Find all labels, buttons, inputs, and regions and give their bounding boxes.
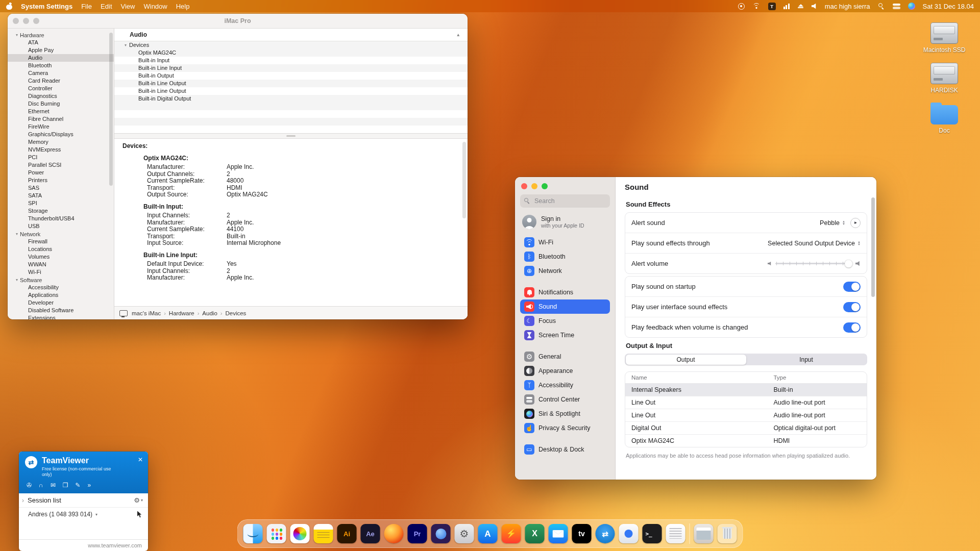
desktop-icon-doc[interactable]: Doc (916, 103, 973, 134)
sysinfo-sidebar-item[interactable]: FireWire (8, 123, 114, 131)
sidebar-group-hardware[interactable]: ▾ Hardware (8, 31, 114, 39)
Digital Out[interactable]: Digital Out Optical digital-out port (625, 421, 867, 434)
sysinfo-sidebar-item[interactable]: Thunderbolt/USB4 (8, 215, 114, 222)
file-transfer-icon[interactable]: ❐ (63, 482, 68, 489)
Line Out[interactable]: Line Out Audio line-out port (625, 396, 867, 409)
Line Out[interactable]: Line Out Audio line-out port (625, 409, 867, 421)
desktop-icon-hardisk[interactable]: HARDISK (916, 63, 973, 94)
sysinfo-sidebar-item[interactable]: Apple Pay (8, 46, 114, 54)
device-row[interactable]: Built-in Input (114, 57, 468, 64)
dock-trash[interactable] (718, 524, 737, 543)
menu-item[interactable]: File (81, 3, 92, 10)
device-row[interactable]: Built-in Line Output (114, 80, 468, 87)
wifi-icon[interactable] (752, 3, 761, 9)
toggle-switch[interactable] (843, 322, 861, 333)
sysinfo-sidebar-item[interactable]: Developer (8, 299, 114, 307)
device-group-row[interactable]: ▾ Devices (114, 41, 468, 49)
status-text[interactable]: mac high sierra (825, 3, 870, 10)
sysinfo-sidebar-item[interactable]: Disc Burning (8, 100, 114, 108)
teamviewer-url[interactable]: www.teamviewer.com (19, 539, 148, 551)
search-input[interactable] (533, 197, 606, 205)
close-button[interactable] (521, 183, 527, 189)
sysinfo-sidebar-item[interactable]: SAS (8, 184, 114, 192)
audio-section-header[interactable]: Audio ▴ (114, 29, 468, 41)
tab-output[interactable]: Output (626, 355, 746, 365)
sysinfo-sidebar-item[interactable]: SATA (8, 192, 114, 199)
sysinfo-sidebar-item[interactable]: Controller (8, 85, 114, 92)
alert-sound-popup[interactable]: Pebble ▲▼ (820, 219, 845, 227)
sysinfo-sidebar-item[interactable]: Diagnostics (8, 92, 114, 100)
sysinfo-sidebar-item[interactable]: Applications (8, 291, 114, 299)
dock-minimized-window[interactable] (694, 524, 714, 543)
tab-input[interactable]: Input (746, 355, 867, 365)
settings-header[interactable]: Sound (616, 177, 876, 196)
dock-launchpad[interactable] (267, 524, 286, 543)
sysinfo-sidebar-item[interactable]: Fibre Channel (8, 115, 114, 123)
screen-sharing-icon[interactable] (738, 3, 745, 10)
device-row[interactable]: Built-in Line Input (114, 64, 468, 72)
dock-teamviewer[interactable]: ⇄ (596, 524, 615, 543)
alert-volume-slider[interactable] (775, 260, 852, 268)
dock-illustrator[interactable]: Ai (337, 524, 357, 543)
sysinfo-sidebar-item[interactable]: WWAN (8, 261, 114, 268)
dock-app[interactable] (619, 524, 639, 543)
menubar-clock[interactable]: Sat 31 Dec 18.04 (923, 3, 974, 10)
dock-system-settings[interactable]: ⚙ (455, 524, 474, 543)
collapse-icon[interactable]: ▴ (457, 32, 459, 37)
Optix MAG24C[interactable]: Optix MAG24C HDMI (625, 434, 867, 447)
toggle-switch[interactable] (843, 302, 861, 312)
sidebar-item-bluetooth[interactable]: ᛒ Bluetooth (520, 249, 610, 264)
sysinfo-sidebar-item[interactable]: ATA (8, 39, 114, 46)
settings-scrollbar[interactable] (871, 197, 875, 297)
pane-splitter[interactable] (114, 133, 468, 139)
sysinfo-sidebar-item[interactable]: Volumes (8, 253, 114, 261)
slider-knob[interactable] (845, 260, 852, 267)
cursor-icon[interactable] (137, 511, 143, 518)
sysinfo-sidebar-item[interactable]: Ethernet (8, 108, 114, 115)
sidebar-item-network[interactable]: ⊕ Network (520, 264, 610, 278)
headset-icon[interactable]: ∩ (39, 482, 43, 489)
chat-icon[interactable]: ✉ (51, 482, 56, 489)
sysinfo-sidebar-item[interactable]: Graphics/Displays (8, 131, 114, 138)
dock-utility-app[interactable]: ⚡ (502, 524, 521, 543)
sidebar-group-software[interactable]: ▾ Software (8, 276, 114, 284)
sysinfo-sidebar-item[interactable]: Bluetooth (8, 62, 114, 69)
siri-icon[interactable] (908, 3, 915, 10)
dock-firefox[interactable] (384, 524, 404, 543)
search-field[interactable] (520, 194, 610, 208)
dock-textedit[interactable] (666, 524, 685, 543)
menu-item[interactable]: Help (176, 3, 190, 10)
sidebar-scrollbar[interactable] (109, 33, 113, 186)
sidebar-item-appearance[interactable]: Appearance (520, 364, 610, 378)
stats-icon[interactable] (783, 4, 790, 9)
active-app-name[interactable]: System Settings (21, 3, 72, 10)
device-row[interactable]: Built-in Digital Output (114, 95, 468, 103)
dock-purple-app[interactable] (431, 524, 451, 543)
desktop-icon-macintosh-ssd[interactable]: Macintosh SSD (916, 22, 973, 54)
sysinfo-sidebar-item[interactable]: Card Reader (8, 77, 114, 85)
sysinfo-sidebar-item[interactable]: Extensions (8, 314, 114, 319)
account-row[interactable]: Andres (1 048 393 014) ▾ (19, 508, 148, 521)
dock-premiere[interactable]: Pr (408, 524, 427, 543)
sidebar-item-siri-spotlight[interactable]: Siri & Spotlight (520, 407, 610, 421)
spotlight-search-icon[interactable] (878, 3, 885, 10)
dock-excel[interactable]: X (525, 524, 545, 543)
eject-icon[interactable] (798, 3, 804, 9)
sysinfo-sidebar-item[interactable]: Storage (8, 207, 114, 215)
sysinfo-sidebar-item[interactable]: SPI (8, 199, 114, 207)
dock-photos[interactable] (290, 524, 310, 543)
video-call-icon[interactable]: ✇ (27, 482, 32, 489)
sidebar-item-general[interactable]: ⚙ General (520, 349, 610, 364)
control-center-icon[interactable] (893, 4, 900, 9)
details-scrollbar[interactable] (462, 142, 466, 218)
session-settings-button[interactable]: ⚙ ▾ (134, 496, 143, 504)
close-icon[interactable]: ✕ (138, 456, 143, 463)
sidebar-item-control-center[interactable]: Control Center (520, 392, 610, 407)
more-icon[interactable]: » (88, 482, 91, 489)
sidebar-item-accessibility[interactable]: ᛉ Accessibility (520, 378, 610, 392)
breadcrumb-item[interactable]: Devices (225, 310, 246, 316)
menu-item[interactable]: Window (143, 3, 167, 10)
toggle-switch[interactable] (843, 282, 861, 292)
play-through-popup[interactable]: Selected Sound Output Device ▲▼ (768, 240, 861, 247)
breadcrumb-item[interactable]: mac's iMac (132, 310, 161, 316)
